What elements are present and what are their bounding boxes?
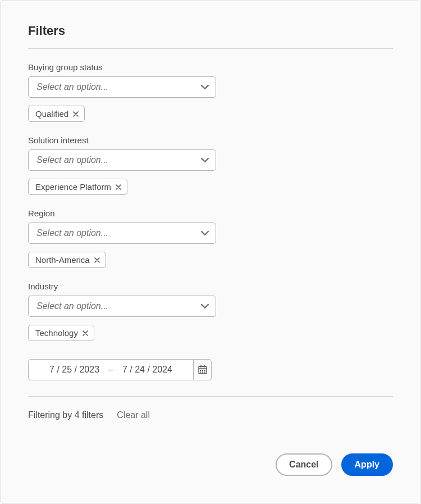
calendar-icon: [198, 365, 208, 375]
apply-button[interactable]: Apply: [341, 453, 393, 476]
region-label: Region: [28, 208, 393, 218]
filter-group-region: Region Select an option... North-America: [28, 208, 393, 268]
divider-top: [28, 48, 393, 49]
summary-text: Filtering by 4 filters: [28, 410, 103, 420]
industry-select[interactable]: Select an option...: [28, 296, 216, 317]
solution-select[interactable]: Select an option...: [28, 149, 216, 171]
close-icon[interactable]: [94, 257, 100, 263]
date-start: 7 / 25 / 2023: [49, 365, 99, 375]
filter-group-solution: Solution interest Select an option... Ex…: [28, 135, 393, 195]
tag-north-america[interactable]: North-America: [28, 252, 106, 268]
tag-label: Qualified: [35, 109, 68, 119]
industry-tags: Technology: [28, 325, 393, 341]
close-icon[interactable]: [83, 330, 88, 336]
region-placeholder: Select an option...: [36, 228, 108, 238]
solution-tags: Experience Platform: [28, 179, 393, 195]
tag-qualified[interactable]: Qualified: [28, 106, 85, 122]
close-icon[interactable]: [116, 184, 121, 190]
solution-label: Solution interest: [28, 135, 393, 145]
status-select[interactable]: Select an option...: [28, 76, 216, 98]
chevron-down-icon: [201, 302, 209, 310]
svg-rect-8: [202, 371, 203, 373]
date-end: 7 / 24 / 2024: [122, 365, 172, 375]
svg-rect-9: [204, 371, 205, 373]
region-tags: North-America: [28, 252, 393, 268]
chevron-down-icon: [201, 83, 209, 91]
divider-bottom: [28, 396, 393, 397]
status-label: Buying group status: [28, 62, 393, 72]
filter-group-industry: Industry Select an option... Technology: [28, 281, 393, 341]
tag-label: Technology: [35, 328, 78, 338]
tag-label: Experience Platform: [35, 182, 111, 192]
status-placeholder: Select an option...: [36, 82, 108, 92]
tag-technology[interactable]: Technology: [28, 325, 94, 341]
industry-label: Industry: [28, 281, 393, 291]
filter-group-status: Buying group status Select an option... …: [28, 62, 393, 122]
close-icon[interactable]: [73, 111, 79, 117]
status-tags: Qualified: [28, 106, 393, 122]
clear-all-link[interactable]: Clear all: [117, 410, 150, 420]
chevron-down-icon: [201, 156, 209, 164]
svg-rect-7: [200, 371, 201, 373]
tag-label: North-America: [35, 255, 90, 265]
chevron-down-icon: [201, 229, 209, 237]
region-select[interactable]: Select an option...: [28, 223, 216, 244]
svg-rect-6: [204, 370, 205, 371]
calendar-button[interactable]: [194, 359, 212, 380]
action-row: Cancel Apply: [28, 453, 393, 476]
cancel-button[interactable]: Cancel: [276, 453, 332, 476]
solution-placeholder: Select an option...: [36, 155, 108, 165]
tag-experience-platform[interactable]: Experience Platform: [28, 179, 127, 195]
svg-rect-4: [200, 370, 201, 371]
date-range-input[interactable]: 7 / 25 / 2023 – 7 / 24 / 2024: [28, 359, 194, 380]
filter-summary: Filtering by 4 filters Clear all: [28, 410, 393, 420]
date-range: 7 / 25 / 2023 – 7 / 24 / 2024: [28, 359, 393, 380]
industry-placeholder: Select an option...: [36, 301, 108, 311]
svg-rect-5: [202, 370, 203, 371]
date-separator: –: [108, 365, 113, 375]
filters-panel: Filters Buying group status Select an op…: [1, 1, 420, 503]
panel-title: Filters: [28, 24, 393, 38]
